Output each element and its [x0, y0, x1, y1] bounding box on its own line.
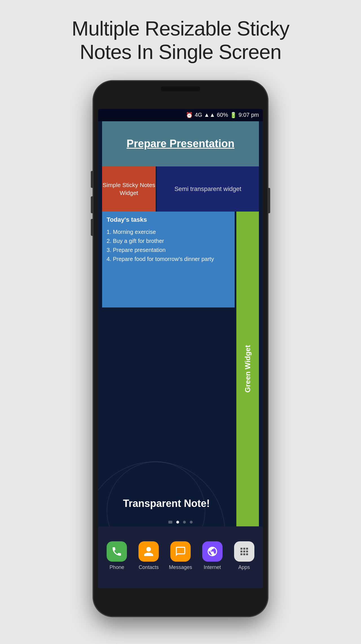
nav-item-messages[interactable]: Messages	[166, 541, 195, 570]
network-type: 4G	[195, 112, 202, 118]
phone-label: Phone	[109, 564, 124, 570]
note-dark-blue-text: Semi transparent widget	[174, 185, 241, 193]
nav-item-internet[interactable]: Internet	[198, 541, 226, 570]
headline-text: Multiple Resizable Sticky	[72, 17, 289, 40]
note-transparent: Transparent Note!	[98, 498, 235, 509]
transparent-note-text: Transparent Note!	[123, 498, 210, 509]
note-semi-transparent[interactable]: Semi transparent widget	[157, 166, 259, 212]
list-item: 3. Prepare presentation	[107, 245, 230, 254]
page-indicator	[98, 521, 263, 524]
note-prepare-presentation[interactable]: Prepare Presentation	[102, 121, 259, 166]
note-green-text: Green Widget	[243, 345, 252, 393]
contacts-label: Contacts	[139, 564, 159, 570]
contacts-icon	[138, 541, 159, 562]
camera	[178, 94, 183, 98]
nav-item-contacts[interactable]: Contacts	[135, 541, 163, 570]
dot-2	[176, 521, 179, 524]
signal-bars: ▲▲	[204, 112, 215, 118]
dot-3	[183, 521, 186, 524]
nav-item-apps[interactable]: Apps	[230, 541, 258, 570]
messages-icon	[170, 541, 191, 562]
apps-label: Apps	[238, 564, 250, 570]
headline-text2: Notes In Single Screen	[80, 41, 281, 63]
alarm-icon: ⏰	[186, 112, 193, 118]
phone-mockup: ⏰ 4G ▲▲ 60% 🔋 9:07 pm Prepare Presentati…	[93, 81, 268, 617]
list-item: 4. Prepare food for tomorrow's dinner pa…	[107, 254, 230, 263]
phone-icon	[107, 541, 127, 562]
internet-label: Internet	[204, 564, 221, 570]
list-item: 1. Morning exercise	[107, 227, 230, 236]
note-top-text: Prepare Presentation	[127, 138, 234, 150]
speaker	[161, 86, 200, 91]
status-bar: ⏰ 4G ▲▲ 60% 🔋 9:07 pm	[98, 109, 263, 121]
widgets-area: Prepare Presentation Simple Sticky Notes…	[98, 121, 263, 526]
note-red-text: Simple Sticky Notes Widget	[102, 181, 156, 197]
nav-item-phone[interactable]: Phone	[103, 541, 131, 570]
note-tasks[interactable]: Today's tasks 1. Morning exercise 2. Buy…	[102, 212, 235, 307]
messages-label: Messages	[169, 564, 192, 570]
list-item: 2. Buy a gift for brother	[107, 236, 230, 245]
battery-icon: 🔋	[230, 112, 237, 118]
bottom-navigation: Phone Contacts	[98, 526, 263, 588]
phone-body: ⏰ 4G ▲▲ 60% 🔋 9:07 pm Prepare Presentati…	[93, 81, 268, 617]
internet-icon	[202, 541, 223, 562]
apps-icon	[234, 541, 254, 562]
tasks-list: 1. Morning exercise 2. Buy a gift for br…	[107, 227, 230, 263]
top-bezel	[161, 86, 200, 98]
headline: Multiple Resizable Sticky Notes In Singl…	[54, 17, 307, 64]
tasks-title: Today's tasks	[107, 216, 230, 223]
dot-1	[168, 521, 172, 524]
time-display: 9:07 pm	[239, 112, 259, 118]
dot-4	[190, 521, 193, 524]
battery-pct: 60%	[217, 112, 228, 118]
note-red-sticky[interactable]: Simple Sticky Notes Widget	[102, 166, 156, 212]
note-green-widget[interactable]: Green Widget	[236, 212, 259, 526]
phone-screen: ⏰ 4G ▲▲ 60% 🔋 9:07 pm Prepare Presentati…	[98, 109, 263, 588]
